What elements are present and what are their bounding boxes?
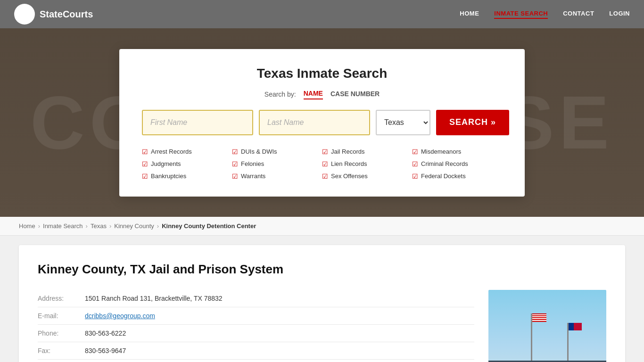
logo-icon: 🏛 <box>14 4 35 25</box>
info-row: Fax:830-563-9647 <box>38 342 474 360</box>
info-value: 830-563-6222 <box>85 325 474 342</box>
info-value[interactable]: https://www.geogroup.com/FacilityDetail/… <box>85 360 474 362</box>
check-icon: ☑ <box>322 173 328 180</box>
flag-tx <box>569 323 582 330</box>
breadcrumb-sep: › <box>157 222 159 230</box>
info-value: 1501 Ranch Road 131, Brackettville, TX 7… <box>85 290 474 307</box>
breadcrumb-sep: › <box>109 222 111 230</box>
info-label: Phone: <box>38 325 85 342</box>
last-name-input[interactable] <box>259 110 370 135</box>
info-label: Fax: <box>38 342 85 360</box>
flag-us <box>532 313 546 322</box>
info-link[interactable]: dcribbs@geogroup.com <box>85 312 155 320</box>
check-icon: ☑ <box>412 173 418 180</box>
logo[interactable]: 🏛 StateCourts <box>14 4 93 25</box>
info-value: 830-563-9647 <box>85 342 474 360</box>
search-title: Texas Inmate Search <box>142 66 502 81</box>
feature-item: ☑Arrest Records <box>142 147 232 157</box>
check-icon: ☑ <box>232 148 238 156</box>
check-icon: ☑ <box>142 160 148 168</box>
flagpole-left <box>531 313 532 362</box>
info-row: Phone:830-563-6222 <box>38 325 474 342</box>
features-grid: ☑Arrest Records☑DUIs & DWIs☑Jail Records… <box>142 147 502 181</box>
feature-label: Sex Offenses <box>331 173 368 180</box>
search-card: Texas Inmate Search Search by: NAME CASE… <box>119 49 525 197</box>
feature-label: Jail Records <box>331 148 365 155</box>
breadcrumb-current: Kinney County Detention Center <box>162 222 256 230</box>
feature-item: ☑DUIs & DWIs <box>232 147 322 157</box>
breadcrumb-link[interactable]: Texas <box>91 222 107 230</box>
sky-bg <box>488 290 606 362</box>
first-name-input[interactable] <box>142 110 253 135</box>
nav-links: HOMEINMATE SEARCHCONTACTLOGIN <box>460 10 630 19</box>
nav-link-contact[interactable]: CONTACT <box>563 10 594 19</box>
breadcrumb-link[interactable]: Kinney County <box>114 222 154 230</box>
feature-item: ☑Jail Records <box>322 147 412 157</box>
info-row: Website:https://www.geogroup.com/Facilit… <box>38 360 474 362</box>
check-icon: ☑ <box>142 148 148 156</box>
feature-label: Warrants <box>241 173 265 180</box>
search-button[interactable]: SEARCH » <box>436 110 509 135</box>
check-icon: ☑ <box>322 148 328 156</box>
feature-label: Felonies <box>241 160 264 167</box>
info-label: Address: <box>38 290 85 307</box>
feature-item: ☑Federal Dockets <box>412 171 502 181</box>
feature-item: ☑Judgments <box>142 159 232 169</box>
feature-label: Federal Dockets <box>421 173 466 180</box>
check-icon: ☑ <box>412 148 418 156</box>
breadcrumb-sep: › <box>38 222 40 230</box>
hero-section: COURTHOUSE Texas Inmate Search Search by… <box>0 28 644 217</box>
feature-label: DUIs & DWIs <box>241 148 277 155</box>
feature-item: ☑Criminal Records <box>412 159 502 169</box>
breadcrumb: Home›Inmate Search›Texas›Kinney County›K… <box>0 217 644 236</box>
state-select[interactable]: Texas Alabama Alaska California Florida <box>376 110 430 135</box>
flagpole-right <box>567 323 569 362</box>
check-icon: ☑ <box>322 160 328 168</box>
nav-link-inmate-search[interactable]: INMATE SEARCH <box>494 10 548 19</box>
facility-info: Address:1501 Ranch Road 131, Brackettvil… <box>38 290 474 362</box>
nav-link-login[interactable]: LOGIN <box>609 10 630 19</box>
feature-item: ☑Sex Offenses <box>322 171 412 181</box>
feature-item: ☑Misdemeanors <box>412 147 502 157</box>
feature-item: ☑Warrants <box>232 171 322 181</box>
facility-image <box>488 290 606 362</box>
info-label: E-mail: <box>38 307 85 325</box>
feature-item: ☑Lien Records <box>322 159 412 169</box>
feature-label: Arrest Records <box>151 148 192 155</box>
nav-link-home[interactable]: HOME <box>460 10 479 19</box>
info-table: Address:1501 Ranch Road 131, Brackettvil… <box>38 290 474 362</box>
info-row: Address:1501 Ranch Road 131, Brackettvil… <box>38 290 474 307</box>
feature-label: Misdemeanors <box>421 148 461 155</box>
feature-label: Lien Records <box>331 160 367 167</box>
feature-label: Criminal Records <box>421 160 468 167</box>
info-label: Website: <box>38 360 85 362</box>
breadcrumb-link[interactable]: Home <box>19 222 35 230</box>
tab-case-number[interactable]: CASE NUMBER <box>330 90 380 99</box>
check-icon: ☑ <box>232 160 238 168</box>
tab-name[interactable]: NAME <box>304 90 323 99</box>
check-icon: ☑ <box>412 160 418 168</box>
search-inputs-row: Texas Alabama Alaska California Florida … <box>142 110 502 135</box>
feature-label: Judgments <box>151 160 181 167</box>
feature-label: Bankruptcies <box>151 173 186 180</box>
feature-item: ☑Bankruptcies <box>142 171 232 181</box>
content-with-image: Address:1501 Ranch Road 131, Brackettvil… <box>38 290 606 362</box>
check-icon: ☑ <box>232 173 238 180</box>
breadcrumb-link[interactable]: Inmate Search <box>43 222 83 230</box>
navbar: 🏛 StateCourts HOMEINMATE SEARCHCONTACTLO… <box>0 0 644 28</box>
main-content: Kinney County, TX Jail and Prison System… <box>0 236 644 362</box>
content-card: Kinney County, TX Jail and Prison System… <box>19 245 625 362</box>
search-by-label: Search by: <box>264 90 296 98</box>
info-row: E-mail:dcribbs@geogroup.com <box>38 307 474 325</box>
info-value[interactable]: dcribbs@geogroup.com <box>85 307 474 325</box>
facility-title: Kinney County, TX Jail and Prison System <box>38 262 606 277</box>
check-icon: ☑ <box>142 173 148 180</box>
breadcrumb-sep: › <box>86 222 88 230</box>
logo-text: StateCourts <box>40 9 93 20</box>
search-by-row: Search by: NAME CASE NUMBER <box>142 90 502 99</box>
feature-item: ☑Felonies <box>232 159 322 169</box>
